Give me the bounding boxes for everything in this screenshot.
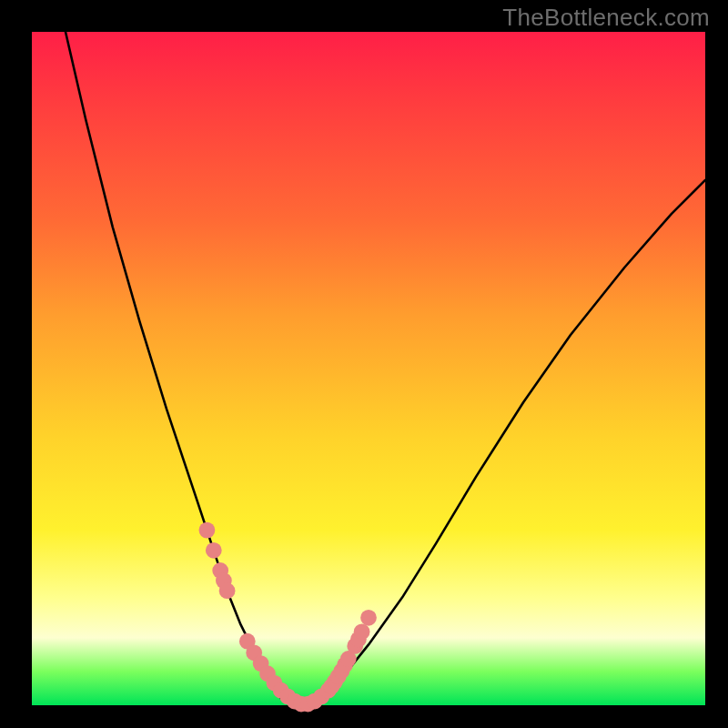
marker-dot bbox=[360, 610, 377, 626]
watermark-text: TheBottleneck.com bbox=[502, 4, 710, 32]
marker-dot bbox=[219, 582, 236, 599]
curve-path bbox=[66, 32, 705, 705]
plot-area bbox=[32, 32, 705, 705]
marker-dot bbox=[199, 522, 216, 539]
marker-dot bbox=[206, 542, 222, 559]
chart-frame: TheBottleneck.com bbox=[0, 0, 728, 728]
marker-group bbox=[199, 522, 377, 713]
marker-dot bbox=[354, 623, 370, 640]
chart-svg bbox=[32, 32, 705, 705]
